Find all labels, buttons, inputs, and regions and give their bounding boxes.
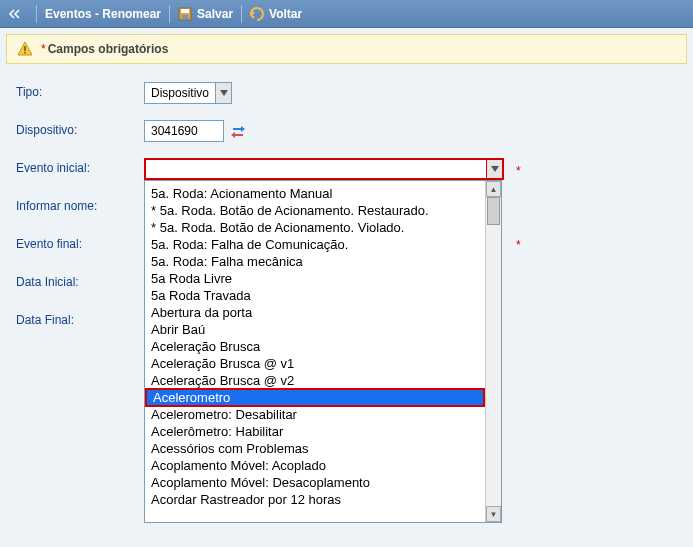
form: Tipo: Dispositivo Dispositivo: Evento in… [0, 72, 693, 358]
toolbar: Eventos - Renomear Salvar Voltar [0, 0, 693, 28]
label-evento-final: Evento final: [16, 234, 144, 251]
label-tipo: Tipo: [16, 82, 144, 99]
label-data-final: Data Final: [16, 310, 144, 327]
scroll-up-button[interactable]: ▲ [486, 181, 501, 197]
tipo-select-value: Dispositivo [145, 83, 215, 103]
label-informar-nome: Informar nome: [16, 196, 144, 213]
dropdown-item[interactable]: Acelerometro [145, 388, 485, 407]
save-button[interactable]: Salvar [178, 7, 233, 21]
scrollbar: ▲ ▼ [485, 181, 501, 522]
dropdown-item[interactable]: 5a. Roda: Acionamento Manual [145, 185, 485, 202]
toolbar-separator [169, 5, 170, 23]
dropdown-item[interactable]: Acoplamento Móvel: Acoplado [145, 457, 485, 474]
svg-rect-3 [24, 46, 26, 51]
toolbar-separator [36, 5, 37, 23]
chevron-down-icon[interactable] [215, 83, 231, 103]
back-button[interactable]: Voltar [250, 7, 302, 21]
save-button-label: Salvar [197, 7, 233, 21]
dropdown-item[interactable]: 5a Roda Livre [145, 270, 485, 287]
chevron-down-icon[interactable] [486, 160, 502, 178]
label-dispositivo: Dispositivo: [16, 120, 144, 137]
tipo-select[interactable]: Dispositivo [144, 82, 232, 104]
dropdown-item[interactable]: 5a. Roda: Falha mecânica [145, 253, 485, 270]
scroll-down-button[interactable]: ▼ [486, 506, 501, 522]
dropdown-list: 5a. Roda: Acionamento Manual* 5a. Roda. … [145, 181, 485, 522]
warning-icon [17, 41, 33, 57]
evento-inicial-value [146, 160, 486, 178]
svg-rect-4 [24, 52, 26, 54]
save-icon [178, 7, 192, 21]
dropdown-item[interactable]: Acelerometro: Desabilitar [145, 406, 485, 423]
page-title: Eventos - Renomear [45, 7, 161, 21]
scroll-thumb[interactable] [487, 197, 500, 225]
toolbar-separator [241, 5, 242, 23]
dropdown-item[interactable]: 5a. Roda: Falha de Comunicação. [145, 236, 485, 253]
required-marker: * [516, 234, 521, 252]
dropdown-item[interactable]: * 5a. Roda. Botão de Acionamento. Violad… [145, 219, 485, 236]
undo-icon [250, 7, 264, 21]
label-evento-inicial: Evento inicial: [16, 158, 144, 175]
dropdown-item[interactable]: Acordar Rastreador por 12 horas [145, 491, 485, 508]
swap-icon[interactable] [230, 123, 246, 139]
dropdown-item[interactable]: Aceleração Brusca @ v1 [145, 355, 485, 372]
dropdown-item[interactable]: Abrir Baú [145, 321, 485, 338]
dropdown-item[interactable]: Acoplamento Móvel: Desacoplamento [145, 474, 485, 491]
back-button-label: Voltar [269, 7, 302, 21]
scroll-track[interactable] [486, 197, 501, 506]
svg-rect-2 [182, 15, 188, 19]
label-data-inicial: Data Inicial: [16, 272, 144, 289]
evento-inicial-combobox[interactable] [144, 158, 504, 180]
collapse-button[interactable] [6, 5, 24, 23]
notice-text: *Campos obrigatórios [41, 42, 168, 56]
dropdown-item[interactable]: Acessórios com Problemas [145, 440, 485, 457]
dropdown-item[interactable]: 5a Roda Travada [145, 287, 485, 304]
dropdown-item[interactable]: Aceleração Brusca [145, 338, 485, 355]
dropdown-item[interactable]: * 5a. Roda. Botão de Acionamento. Restau… [145, 202, 485, 219]
dispositivo-input[interactable] [144, 120, 224, 142]
svg-rect-1 [181, 9, 189, 13]
dropdown-item[interactable]: Aceleração Brusca @ v2 [145, 372, 485, 389]
dropdown-item[interactable]: Acelerômetro: Habilitar [145, 423, 485, 440]
required-marker: * [516, 160, 521, 178]
evento-inicial-dropdown: 5a. Roda: Acionamento Manual* 5a. Roda. … [144, 180, 502, 523]
dropdown-item[interactable]: Abertura da porta [145, 304, 485, 321]
required-fields-notice: *Campos obrigatórios [6, 34, 687, 64]
